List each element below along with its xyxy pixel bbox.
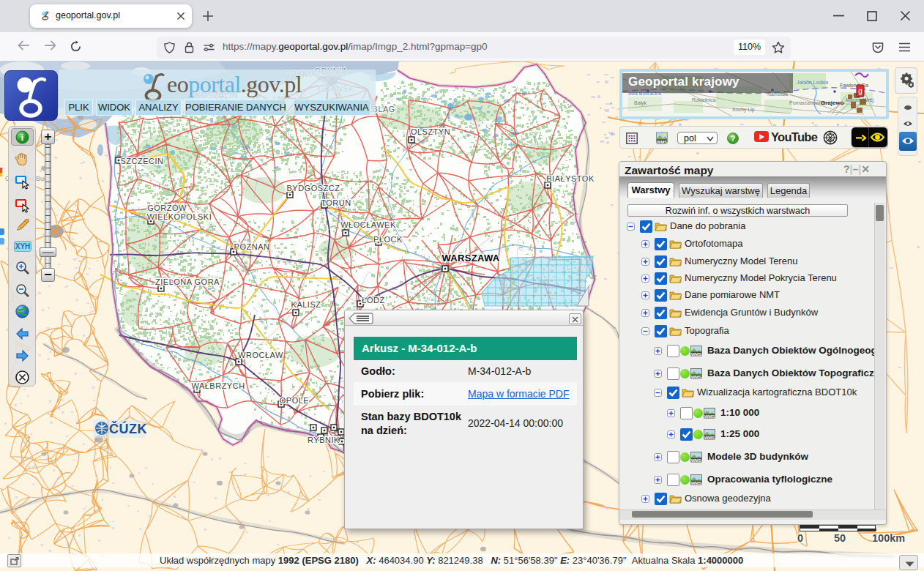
svg-text:KALISZ: KALISZ (291, 300, 321, 309)
svg-text:ZIELONA GÓRA: ZIELONA GÓRA (155, 277, 220, 286)
svg-text:Bałyk: Bałyk (634, 100, 647, 106)
svg-text:WMS: WMS (704, 436, 715, 440)
svg-text:Sochy Lip: Sochy Lip (732, 107, 755, 113)
svg-text:POZNAŃ: POZNAŃ (234, 242, 270, 251)
svg-text:PŁOCK: PŁOCK (373, 235, 403, 244)
svg-text:ČÚZK: ČÚZK (109, 421, 147, 436)
svg-text:OLSZTYN: OLSZTYN (411, 127, 450, 136)
svg-text:BIAŁYSTOK: BIAŁYSTOK (546, 174, 595, 183)
svg-text:RYBNIK: RYBNIK (308, 436, 340, 444)
svg-text:ŁÓDŹ: ŁÓDŹ (362, 296, 384, 305)
svg-text:SZCZECIN: SZCZECIN (121, 157, 164, 165)
svg-text:WIELKOPOLSKI: WIELKOPOLSKI (147, 212, 212, 221)
svg-text:WMS: WMS (657, 140, 667, 144)
svg-text:g: g (858, 87, 862, 95)
svg-text:WMS: WMS (691, 481, 702, 485)
svg-text:Rokietnica: Rokietnica (692, 97, 716, 102)
svg-text:?: ? (731, 134, 736, 143)
svg-text:WMS: WMS (704, 414, 715, 419)
svg-text:WŁOCŁAWEK: WŁOCŁAWEK (340, 220, 396, 229)
svg-text:WMS: WMS (691, 352, 702, 357)
svg-text:TORUŃ: TORUŃ (321, 198, 351, 207)
svg-text:WMS: WMS (691, 375, 702, 379)
svg-text:BYDGOSZCZ: BYDGOSZCZ (287, 184, 340, 193)
svg-text:Jabłoń Lodkia: Jabłoń Lodkia (797, 80, 828, 85)
svg-text:WARSZAWA: WARSZAWA (442, 253, 500, 264)
svg-text:WMS: WMS (691, 458, 702, 463)
svg-text:WAŁBRZYCH: WAŁBRZYCH (191, 381, 245, 390)
svg-text:WROCŁAW: WROCŁAW (238, 351, 283, 359)
svg-text:GORZÓW: GORZÓW (147, 204, 187, 212)
svg-text:OPOLE: OPOLE (280, 396, 309, 405)
